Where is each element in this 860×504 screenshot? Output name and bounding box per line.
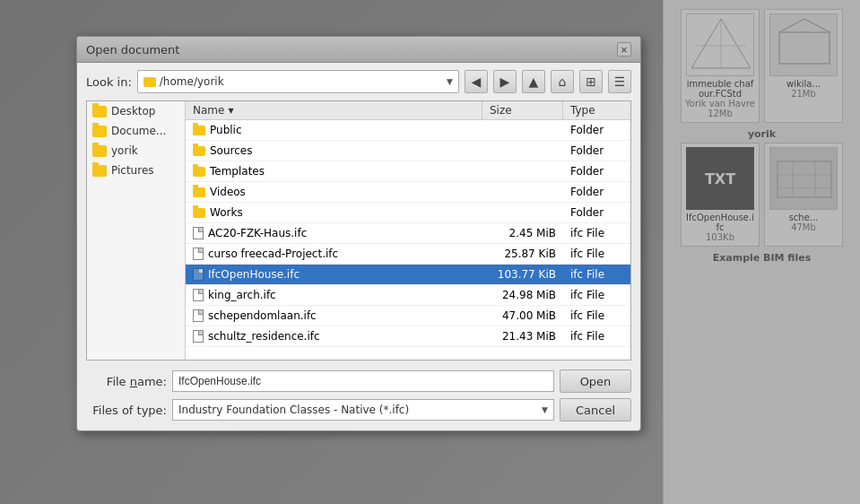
- file-type-curso: ifc File: [563, 246, 630, 262]
- bookmark-desktop[interactable]: Desktop: [87, 101, 185, 121]
- file-size-king: 24.98 MiB: [482, 287, 563, 303]
- file-size-sources: [482, 149, 563, 152]
- file-name-schultz: schultz_residence.ifc: [208, 330, 320, 343]
- file-size-public: [482, 128, 563, 132]
- folder-icon-templates: [193, 167, 205, 177]
- back-button[interactable]: ◀: [465, 70, 488, 93]
- file-type-public: Folder: [563, 122, 630, 138]
- cancel-button[interactable]: Cancel: [560, 398, 631, 421]
- file-row-schultz[interactable]: schultz_residence.ifc 21.43 MiB ifc File: [186, 326, 630, 347]
- file-size-ifcopen: 103.77 KiB: [482, 266, 563, 282]
- dialog-titlebar: Open document ×: [77, 37, 640, 63]
- col-name-header[interactable]: Name ▼: [186, 101, 482, 119]
- file-name-videos: Videos: [210, 186, 246, 198]
- lookin-combo-arrow: ▼: [447, 77, 453, 86]
- bookmarks-panel: Desktop Docume... yorik Pictures: [87, 101, 186, 360]
- bookmark-pictures-label: Pictures: [111, 164, 154, 177]
- file-row-sources[interactable]: Sources Folder: [186, 141, 630, 161]
- file-name-curso: curso freecad-Project.ifc: [208, 248, 338, 260]
- folder-icon-sources: [193, 146, 205, 156]
- file-size-ac20: 2.45 MiB: [482, 225, 563, 241]
- file-type-videos: Folder: [563, 184, 630, 200]
- folder-icon-public: [193, 126, 205, 135]
- file-row-king[interactable]: king_arch.ifc 24.98 MiB ifc File: [186, 285, 630, 306]
- file-type-ac20: ifc File: [563, 225, 630, 241]
- file-row-videos[interactable]: Videos Folder: [186, 182, 630, 203]
- filetype-value: Industry Foundation Classes - Native (*.…: [178, 404, 409, 416]
- file-name-ifcopen: IfcOpenHouse.ifc: [208, 268, 300, 281]
- file-type-schultz: ifc File: [563, 328, 630, 344]
- file-type-ifcopen: ifc File: [563, 266, 630, 282]
- bookmark-yorik[interactable]: yorik: [87, 141, 185, 161]
- forward-button[interactable]: ▶: [493, 70, 517, 93]
- doc-icon-ifcopen: [193, 268, 204, 281]
- file-size-schepen: 47.00 MiB: [482, 308, 563, 324]
- lookin-combo[interactable]: /home/yorik ▼: [137, 70, 459, 93]
- filelist-header: Name ▼ Size Type: [186, 101, 630, 120]
- filename-input[interactable]: [172, 370, 554, 392]
- file-cell-name-videos: Videos: [186, 184, 482, 200]
- file-size-curso: 25.87 KiB: [482, 246, 563, 262]
- folder-icon-small: [143, 77, 156, 87]
- doc-icon-schultz: [193, 330, 204, 343]
- col-name-label: Name: [193, 104, 224, 117]
- file-row-ifcopen[interactable]: IfcOpenHouse.ifc 103.77 KiB ifc File: [186, 265, 630, 285]
- bookmark-documents[interactable]: Docume...: [87, 121, 185, 141]
- filename-row: File name: Open: [86, 369, 631, 393]
- file-cell-name-sources: Sources: [186, 143, 482, 159]
- folder-icon-videos: [193, 187, 205, 197]
- doc-icon-curso: [193, 248, 204, 260]
- lookin-label: Look in:: [86, 75, 132, 89]
- bookmark-pictures[interactable]: Pictures: [87, 161, 185, 180]
- file-cell-name-ac20: AC20-FZK-Haus.ifc: [186, 225, 482, 241]
- file-row-curso[interactable]: curso freecad-Project.ifc 25.87 KiB ifc …: [186, 244, 630, 265]
- open-button[interactable]: Open: [560, 369, 631, 393]
- grid-view-button[interactable]: ⊞: [579, 70, 603, 93]
- file-type-templates: Folder: [563, 163, 630, 179]
- file-size-templates: [482, 169, 563, 173]
- file-name-templates: Templates: [210, 165, 265, 178]
- bookmark-documents-label: Docume...: [111, 125, 166, 137]
- file-name-sources: Sources: [210, 144, 252, 157]
- dialog-title: Open document: [86, 43, 179, 56]
- folder-icon-works: [193, 208, 205, 218]
- doc-icon-schepen: [193, 309, 204, 322]
- close-button[interactable]: ×: [617, 42, 631, 56]
- file-cell-name-king: king_arch.ifc: [186, 287, 482, 303]
- col-type-header[interactable]: Type: [563, 101, 630, 119]
- dialog-body: Look in: /home/yorik ▼ ◀ ▶ ▲ ⌂ ⊞ ☰ Deskt…: [77, 63, 640, 430]
- file-row-schepen[interactable]: schependomlaan.ifc 47.00 MiB ifc File: [186, 306, 630, 326]
- open-document-dialog: Open document × Look in: /home/yorik ▼ ◀…: [76, 36, 641, 431]
- bookmark-desktop-label: Desktop: [111, 105, 156, 117]
- filetype-combo[interactable]: Industry Foundation Classes - Native (*.…: [172, 399, 554, 421]
- filename-label: File name:: [86, 375, 167, 388]
- col-type-label: Type: [570, 104, 595, 117]
- file-row-works[interactable]: Works Folder: [186, 203, 630, 223]
- file-name-schepen: schependomlaan.ifc: [208, 309, 317, 322]
- file-cell-name-schultz: schultz_residence.ifc: [186, 328, 482, 344]
- file-name-ac20: AC20-FZK-Haus.ifc: [208, 227, 307, 239]
- file-size-works: [482, 211, 563, 214]
- folder-icon-documents: [92, 126, 107, 137]
- file-row-ac20[interactable]: AC20-FZK-Haus.ifc 2.45 MiB ifc File: [186, 223, 630, 244]
- folder-icon-pictures: [92, 165, 107, 177]
- folder-icon-yorik: [92, 145, 107, 157]
- up-button[interactable]: ▲: [522, 70, 545, 93]
- file-row-templates[interactable]: Templates Folder: [186, 161, 630, 182]
- file-name-king: king_arch.ifc: [208, 289, 276, 301]
- filetype-arrow: ▼: [542, 405, 548, 414]
- file-size-schultz: 21.43 MiB: [482, 328, 563, 344]
- folder-icon-desktop: [92, 106, 107, 117]
- file-row-public[interactable]: Public Folder: [186, 120, 630, 141]
- filetype-row: Files of type: Industry Foundation Class…: [86, 398, 631, 421]
- col-size-header[interactable]: Size: [482, 101, 563, 119]
- file-name-public: Public: [210, 124, 242, 136]
- home-button[interactable]: ⌂: [551, 70, 574, 93]
- file-cell-name-curso: curso freecad-Project.ifc: [186, 246, 482, 262]
- filetype-label: Files of type:: [86, 404, 167, 417]
- list-view-button[interactable]: ☰: [608, 70, 631, 93]
- file-type-sources: Folder: [563, 143, 630, 159]
- file-type-king: ifc File: [563, 287, 630, 303]
- file-size-videos: [482, 190, 563, 194]
- content-area: Desktop Docume... yorik Pictures: [86, 100, 631, 361]
